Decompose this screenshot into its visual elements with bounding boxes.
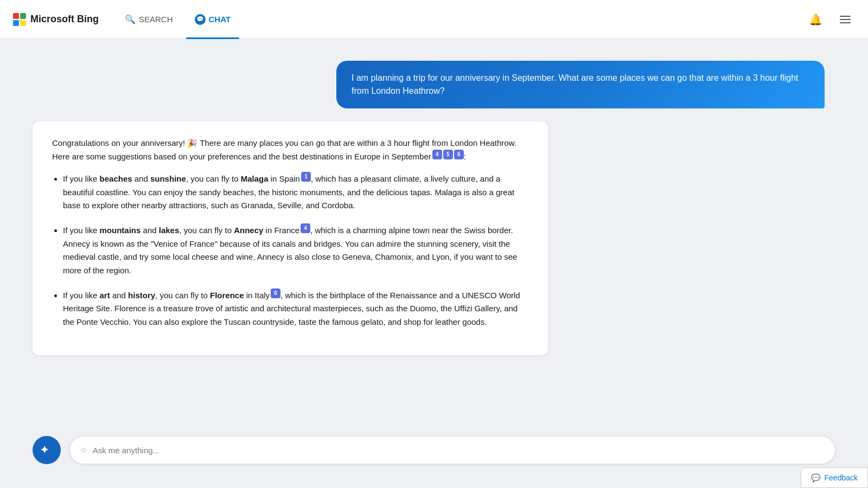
bold-art: art bbox=[100, 291, 110, 300]
suggestion-florence: If you like art and history, you can fly… bbox=[63, 288, 528, 329]
nav-chat-label: CHAT bbox=[209, 15, 231, 24]
bell-icon: 🔔 bbox=[809, 14, 822, 25]
bold-mountains: mountains bbox=[100, 226, 141, 235]
bold-florence: Florence bbox=[210, 291, 244, 300]
input-search-icon: ○ bbox=[81, 445, 86, 455]
citation-6b[interactable]: 6 bbox=[271, 288, 280, 298]
bold-sunshine: sunshine bbox=[150, 174, 186, 183]
feedback-button[interactable]: 💬 Feedback bbox=[801, 467, 868, 488]
logo-text: Microsoft Bing bbox=[30, 14, 99, 25]
user-message-text: I am planning a trip for our anniversary… bbox=[352, 73, 799, 95]
suggestion-malaga: If you like beaches and sunshine, you ca… bbox=[63, 172, 528, 213]
chat-bubble-icon: 💬 bbox=[195, 14, 206, 25]
bing-orb-button[interactable]: ✦ bbox=[33, 436, 61, 464]
search-icon: 🔍 bbox=[125, 14, 136, 24]
bing-logo bbox=[13, 13, 26, 26]
nav-search[interactable]: 🔍 SEARCH bbox=[116, 10, 182, 29]
ai-suggestions-list: If you like beaches and sunshine, you ca… bbox=[52, 172, 528, 329]
ai-response: Congratulations on your anniversary! 🎉 T… bbox=[33, 121, 548, 355]
header-right: 🔔 bbox=[805, 9, 855, 30]
bold-history: history bbox=[128, 291, 155, 300]
user-bubble: I am planning a trip for our anniversary… bbox=[336, 61, 825, 108]
feedback-icon: 💬 bbox=[811, 473, 820, 482]
notification-button[interactable]: 🔔 bbox=[805, 9, 827, 30]
search-input-container[interactable]: ○ bbox=[69, 436, 835, 464]
citation-5[interactable]: 5 bbox=[443, 150, 453, 159]
header: Microsoft Bing 🔍 SEARCH 💬 CHAT 🔔 bbox=[0, 0, 868, 39]
bold-beaches: beaches bbox=[100, 174, 132, 183]
bold-annecy: Annecy bbox=[234, 226, 263, 235]
nav-search-label: SEARCH bbox=[139, 15, 173, 24]
chat-messages: I am planning a trip for our anniversary… bbox=[0, 61, 868, 427]
citation-4[interactable]: 4 bbox=[432, 150, 442, 159]
chat-area: I am planning a trip for our anniversary… bbox=[0, 39, 868, 488]
bold-malaga: Malaga bbox=[241, 174, 269, 183]
bing-logo-icon: ✦ bbox=[40, 443, 54, 457]
logo-area[interactable]: Microsoft Bing bbox=[13, 13, 99, 26]
main-content: I am planning a trip for our anniversary… bbox=[0, 39, 868, 488]
citation-6a[interactable]: 6 bbox=[454, 150, 464, 159]
suggestion-annecy: If you like mountains and lakes, you can… bbox=[63, 223, 528, 278]
feedback-label: Feedback bbox=[825, 473, 858, 482]
chat-input[interactable] bbox=[93, 446, 824, 455]
nav-chat[interactable]: 💬 CHAT bbox=[186, 10, 240, 29]
bold-lakes: lakes bbox=[159, 226, 180, 235]
menu-button[interactable] bbox=[835, 11, 855, 28]
citation-4b[interactable]: 4 bbox=[301, 223, 310, 233]
citation-1[interactable]: 1 bbox=[301, 172, 311, 182]
user-message-container: I am planning a trip for our anniversary… bbox=[33, 61, 835, 108]
top-nav: 🔍 SEARCH 💬 CHAT bbox=[116, 10, 239, 29]
input-area: ✦ ○ bbox=[0, 427, 868, 477]
ai-intro: Congratulations on your anniversary! 🎉 T… bbox=[52, 137, 528, 163]
